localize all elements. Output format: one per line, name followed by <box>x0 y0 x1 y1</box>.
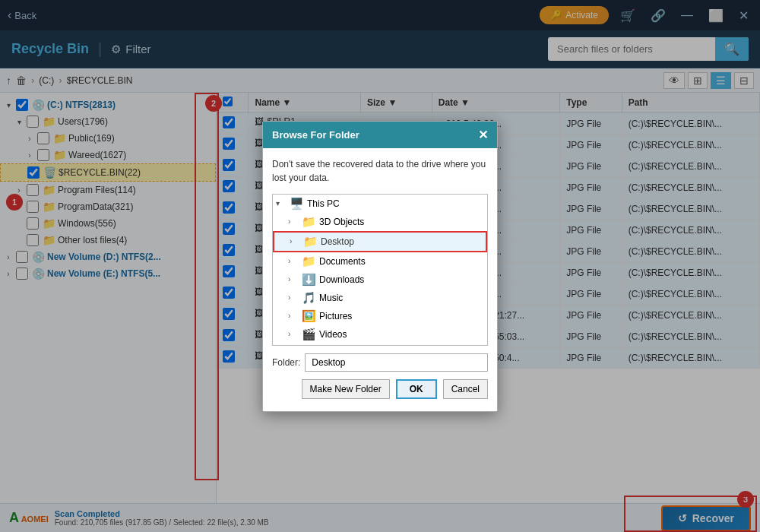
folder-name: Downloads <box>319 274 364 285</box>
folder-name: Desktop <box>321 236 354 247</box>
folder-arrow-icon: › <box>288 330 299 338</box>
folder-tree-item[interactable]: ›🎵Music <box>273 289 487 307</box>
dialog-title: Browse For Folder <box>272 129 359 141</box>
folder-tree-item[interactable]: ›📁3D Objects <box>273 213 487 231</box>
folder-name: Videos <box>319 329 347 340</box>
folder-icon: ⬇️ <box>302 273 316 287</box>
folder-tree-area: ▾🖥️This PC›📁3D Objects›📁Desktop›📁Documen… <box>272 194 488 346</box>
folder-tree-item[interactable]: ›📁Desktop <box>273 231 487 252</box>
folder-label: Folder: <box>272 357 300 368</box>
folder-name: Pictures <box>319 311 352 321</box>
folder-arrow-icon: › <box>288 217 299 226</box>
make-new-folder-button[interactable]: Make New Folder <box>302 379 390 399</box>
folder-arrow-icon: › <box>290 237 300 245</box>
dialog-overlay: Browse For Folder ✕ Don't save the recov… <box>0 0 760 532</box>
folder-name: Music <box>319 293 343 303</box>
folder-arrow-icon: › <box>288 275 299 283</box>
folder-icon: 🎬 <box>302 328 316 341</box>
folder-icon: 🖼️ <box>302 309 316 323</box>
folder-icon: 📁 <box>302 255 316 268</box>
folder-name: This PC <box>307 198 340 209</box>
folder-tree-item[interactable]: ›🎬Videos <box>273 325 487 344</box>
folder-icon: 🎵 <box>302 291 316 305</box>
folder-arrow-icon: ▾ <box>276 199 287 207</box>
folder-input[interactable] <box>305 353 488 372</box>
folder-name: Documents <box>319 256 366 267</box>
dialog-close-button[interactable]: ✕ <box>478 128 488 142</box>
folder-arrow-icon: › <box>288 312 299 320</box>
folder-name: 3D Objects <box>319 217 364 227</box>
folder-tree-item[interactable]: ›📁Documents <box>273 252 487 271</box>
dialog-title-bar: Browse For Folder ✕ <box>263 122 497 148</box>
dialog-warning: Don't save the recovered data to the dri… <box>272 157 488 185</box>
dialog-body: Don't save the recovered data to the dri… <box>263 148 497 411</box>
browse-folder-dialog: Browse For Folder ✕ Don't save the recov… <box>262 121 498 412</box>
folder-icon: 🖥️ <box>290 197 304 211</box>
cancel-button[interactable]: Cancel <box>443 379 488 399</box>
folder-tree-item[interactable]: ›💿Local Disk (C:) <box>273 344 487 346</box>
folder-arrow-icon: › <box>288 257 299 265</box>
folder-tree-item[interactable]: ›⬇️Downloads <box>273 271 487 289</box>
folder-tree-item[interactable]: ›🖼️Pictures <box>273 307 487 325</box>
folder-tree-item[interactable]: ▾🖥️This PC <box>273 195 487 213</box>
ok-button[interactable]: OK <box>396 379 437 399</box>
folder-icon: 📁 <box>302 215 316 229</box>
folder-icon: 📁 <box>303 235 318 249</box>
dialog-buttons: Make New Folder OK Cancel <box>272 379 488 402</box>
folder-arrow-icon: › <box>288 293 299 302</box>
folder-input-row: Folder: <box>272 353 488 372</box>
